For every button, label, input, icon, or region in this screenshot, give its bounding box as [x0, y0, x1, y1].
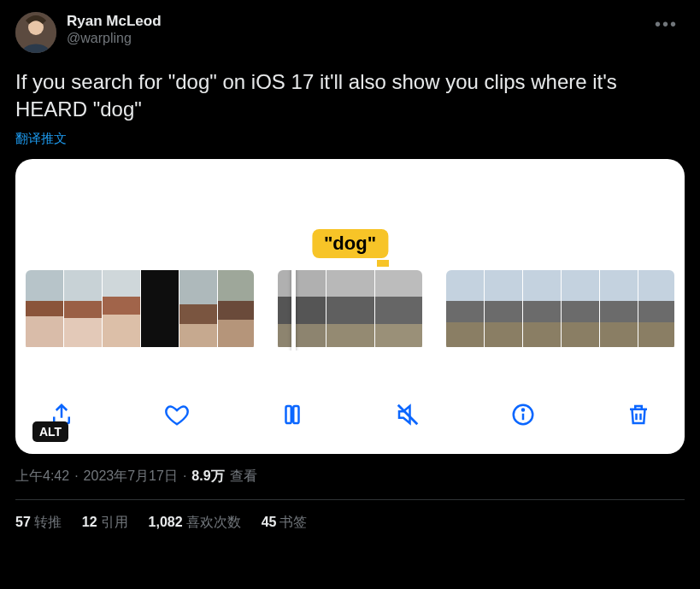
views-count[interactable]: 8.9万 [191, 468, 224, 486]
thumbnail [600, 270, 638, 347]
author-names: Ryan McLeod @warpling [67, 12, 162, 47]
dot: · [74, 468, 78, 484]
thumbnail [103, 270, 140, 347]
quotes-count: 12 [82, 515, 97, 529]
mute-icon[interactable] [392, 399, 423, 430]
more-icon[interactable]: ••• [648, 12, 685, 36]
thumbnail [485, 270, 522, 347]
alt-badge[interactable]: ALT [32, 421, 68, 442]
tweet-date[interactable]: 2023年7月17日 [84, 468, 178, 486]
quotes-label: 引用 [101, 515, 128, 529]
clip-group-1[interactable] [26, 270, 254, 350]
tweet-time[interactable]: 上午4:42 [15, 468, 69, 486]
search-term-tick [377, 260, 389, 267]
retweets-stat[interactable]: 57转推 [15, 514, 62, 532]
bookmarks-stat[interactable]: 45书签 [262, 514, 308, 532]
likes-label: 喜欢次数 [186, 515, 241, 529]
tweet-header: Ryan McLeod @warpling ••• [15, 12, 685, 53]
pause-icon[interactable] [277, 399, 308, 430]
thumbnail [326, 270, 374, 347]
tweet-stats: 57转推 12引用 1,082喜欢次数 45书签 [15, 514, 685, 532]
thumbnail [218, 270, 254, 347]
likes-count: 1,082 [149, 515, 183, 529]
thumbnail [562, 270, 599, 347]
playhead[interactable] [291, 270, 296, 350]
tweet-meta: 上午4:42 · 2023年7月17日 · 8.9万 查看 [15, 468, 685, 486]
media-toolbar [15, 380, 685, 454]
thumbnail [523, 270, 561, 347]
bookmarks-label: 书签 [279, 515, 307, 529]
dot: · [183, 468, 186, 484]
views-label: 查看 [230, 468, 257, 486]
divider [15, 499, 685, 500]
thumbnail [278, 270, 326, 347]
thumbnail [26, 270, 63, 347]
media-top-area: "dog" [15, 159, 685, 270]
thumbnail [638, 270, 674, 347]
svg-rect-2 [286, 406, 291, 423]
clip-group-3[interactable] [446, 270, 674, 350]
svg-rect-3 [293, 406, 298, 423]
search-term-bubble: "dog" [312, 229, 388, 258]
thumbnail [141, 270, 179, 347]
tweet-text: If you search for "dog" on iOS 17 it'll … [15, 68, 685, 124]
bookmarks-count: 45 [262, 515, 277, 529]
display-name[interactable]: Ryan McLeod [67, 12, 162, 30]
thumbnail [179, 270, 217, 347]
likes-stat[interactable]: 1,082喜欢次数 [149, 514, 241, 532]
clip-group-2-active[interactable] [278, 270, 422, 350]
handle[interactable]: @warpling [67, 30, 162, 47]
svg-point-7 [522, 409, 524, 410]
thumbnail [64, 270, 102, 347]
info-icon[interactable] [508, 399, 538, 430]
translate-link[interactable]: 翻译推文 [15, 131, 685, 147]
heart-icon[interactable] [162, 399, 192, 430]
video-timeline[interactable] [15, 270, 685, 350]
avatar[interactable] [15, 12, 56, 53]
retweets-count: 57 [15, 515, 31, 529]
trash-icon[interactable] [623, 399, 654, 430]
retweets-label: 转推 [34, 515, 62, 529]
thumbnail [446, 270, 484, 347]
tweet-container: Ryan McLeod @warpling ••• If you search … [0, 0, 700, 532]
media-card[interactable]: "dog" [15, 159, 685, 454]
quotes-stat[interactable]: 12引用 [82, 514, 128, 532]
thumbnail [375, 270, 422, 347]
